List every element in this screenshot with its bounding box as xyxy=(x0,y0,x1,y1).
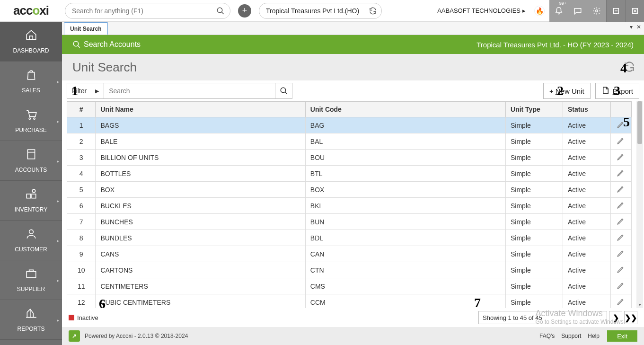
edit-icon[interactable] xyxy=(610,278,631,294)
search-accounts-button[interactable]: Search Accounts xyxy=(72,40,141,49)
tab-close-icon[interactable]: ✕ xyxy=(636,24,641,30)
notifications-button[interactable]: 99+ xyxy=(549,0,568,22)
edit-icon[interactable] xyxy=(610,182,631,198)
sidebar-item-label: CUSTOMER xyxy=(15,246,47,253)
edit-icon[interactable] xyxy=(610,133,631,150)
sidebar-item-purchase[interactable]: PURCHASE▸ xyxy=(0,101,62,141)
refresh-icon[interactable] xyxy=(623,61,635,75)
page-header: Unit Search xyxy=(62,54,644,80)
vertical-scrollbar[interactable]: ▾ xyxy=(636,101,643,308)
edit-icon[interactable] xyxy=(610,198,631,214)
sidebar-item-accounts[interactable]: ACCOUNTS▸ xyxy=(0,141,62,181)
local-search-input[interactable] xyxy=(104,83,275,99)
edit-icon[interactable] xyxy=(610,230,631,246)
edit-icon[interactable] xyxy=(610,294,631,309)
tab-dropdown-icon[interactable]: ▾ xyxy=(630,24,633,30)
last-page-button[interactable]: ❯❯ xyxy=(624,311,637,324)
column-header[interactable]: Unit Name xyxy=(96,102,305,117)
export-icon xyxy=(601,86,610,96)
pagination: Showing 1 to 45 of 45 ❯ ❯❯ xyxy=(478,311,637,324)
edit-icon[interactable] xyxy=(610,166,631,182)
top-icon-bar: 99+ xyxy=(549,0,644,22)
sidebar-item-label: DASHBOARD xyxy=(13,47,49,54)
svg-rect-17 xyxy=(32,194,36,198)
sidebar: DASHBOARDSALES▸PURCHASE▸ACCOUNTS▸INVENTO… xyxy=(0,22,62,345)
organization-name[interactable]: AABASOFT TECHNOLOGIES ▸ xyxy=(437,7,526,14)
next-page-button[interactable]: ❯ xyxy=(609,311,622,324)
edit-icon[interactable] xyxy=(610,214,631,230)
svg-rect-10 xyxy=(27,150,35,159)
table-row[interactable]: 5BOXBOXSimpleActive xyxy=(67,182,632,198)
edit-icon[interactable] xyxy=(610,262,631,278)
add-button[interactable]: + xyxy=(238,4,251,18)
edit-icon[interactable] xyxy=(610,150,631,166)
table-row[interactable]: 2BALEBALSimpleActive xyxy=(67,133,632,150)
table-row[interactable]: 7BUNCHESBUNSimpleActive xyxy=(67,214,632,230)
table-row[interactable]: 3BILLION OF UNITSBOUSimpleActive xyxy=(67,150,632,166)
sidebar-item-supplier[interactable]: SUPPLIER▸ xyxy=(0,260,62,300)
table-row[interactable]: 10CARTONSCTNSimpleActive xyxy=(67,262,632,278)
search-icon[interactable] xyxy=(216,7,225,17)
table-row[interactable]: 11CENTIMETERSCMSSimpleActive xyxy=(67,278,632,294)
scroll-thumb[interactable] xyxy=(637,101,642,144)
legend-color-icon xyxy=(69,315,74,320)
sidebar-item-label: SALES xyxy=(22,87,40,94)
edit-icon[interactable] xyxy=(610,117,631,133)
local-search-button[interactable] xyxy=(275,83,292,99)
play-icon: ▶ xyxy=(95,88,99,94)
sidebar-item-sales[interactable]: SALES▸ xyxy=(0,62,62,101)
svg-point-8 xyxy=(29,118,30,119)
chevron-right-icon: ▸ xyxy=(57,79,59,84)
table-row[interactable]: 6BUCKLESBKLSimpleActive xyxy=(67,198,632,214)
footer-link[interactable]: FAQ's xyxy=(539,333,555,339)
calc-icon xyxy=(25,148,37,164)
tab-unit-search[interactable]: Unit Search xyxy=(64,22,108,35)
sidebar-item-label: PURCHASE xyxy=(15,127,47,133)
table-row[interactable]: 1BAGSBAGSimpleActive xyxy=(67,117,632,133)
export-button[interactable]: Export xyxy=(595,83,639,99)
pagination-info: Showing 1 to 45 of 45 xyxy=(478,311,607,324)
toolbar: Filter ▶ + New Unit Export xyxy=(62,80,644,101)
sidebar-item-label: ACCOUNTS xyxy=(15,167,47,173)
scroll-down-icon[interactable]: ▾ xyxy=(636,301,643,308)
messages-button[interactable] xyxy=(568,0,587,22)
top-bar: accoxi + Tropical Treasures Pvt Ltd.(HO)… xyxy=(0,0,644,22)
close-button[interactable] xyxy=(625,0,644,22)
plus-icon: + xyxy=(549,87,554,95)
sidebar-item-reports[interactable]: REPORTS▸ xyxy=(0,300,62,340)
table-row[interactable]: 8BUNDLESBDLSimpleActive xyxy=(67,230,632,246)
edit-icon[interactable] xyxy=(610,246,631,262)
minimize-button[interactable] xyxy=(606,0,625,22)
footer-link[interactable]: Help xyxy=(588,333,600,339)
table-row[interactable]: 4BOTTLESBTLSimpleActive xyxy=(67,166,632,182)
local-search xyxy=(104,83,292,99)
filter-button[interactable]: Filter ▶ xyxy=(67,83,104,99)
global-search-input[interactable] xyxy=(65,3,230,19)
svg-line-24 xyxy=(285,92,287,94)
sidebar-item-label: SUPPLIER xyxy=(17,286,45,292)
chevron-right-icon: ▸ xyxy=(57,118,59,124)
powered-by: Powered by Accoxi - 2.0.13 © 2018-2024 xyxy=(85,333,188,339)
exit-button[interactable]: Exit xyxy=(607,330,637,342)
column-header[interactable]: Status xyxy=(563,102,610,117)
sidebar-item-customer[interactable]: CUSTOMER▸ xyxy=(0,221,62,260)
flame-icon[interactable]: 🔥 xyxy=(534,6,545,16)
sidebar-item-inventory[interactable]: INVENTORY▸ xyxy=(0,181,62,221)
table-row[interactable]: 9CANSCANSimpleActive xyxy=(67,246,632,262)
legend-inactive: Inactive xyxy=(69,314,98,321)
column-header[interactable]: Unit Code xyxy=(305,102,505,117)
column-header[interactable]: Unit Type xyxy=(505,102,563,117)
column-header[interactable] xyxy=(610,102,631,117)
app-logo: accoxi xyxy=(0,0,62,22)
settings-button[interactable] xyxy=(587,0,606,22)
page-title: Unit Search xyxy=(72,60,137,75)
table-row[interactable]: 12CUBIC CENTIMETERSCCMSimpleActive xyxy=(67,294,632,309)
footer-link[interactable]: Support xyxy=(561,333,581,339)
svg-rect-20 xyxy=(26,272,36,278)
column-header[interactable]: # xyxy=(67,102,96,117)
company-selector[interactable]: Tropical Treasures Pvt Ltd.(HO) xyxy=(259,3,382,19)
sidebar-item-dashboard[interactable]: DASHBOARD xyxy=(0,22,62,62)
svg-point-18 xyxy=(32,189,35,193)
sync-icon[interactable] xyxy=(369,7,377,17)
new-unit-button[interactable]: + New Unit xyxy=(543,83,591,99)
